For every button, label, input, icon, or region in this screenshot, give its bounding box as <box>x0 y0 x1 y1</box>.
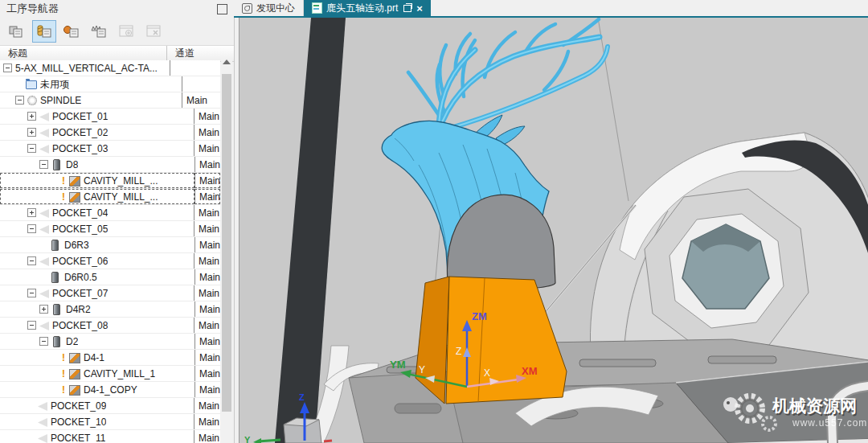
scroll-up-icon[interactable] <box>223 59 231 64</box>
tool-icon <box>53 304 60 315</box>
watermark-title: 机械资源网 <box>772 396 857 415</box>
tree-row[interactable]: CAVITY_MILL_...Main <box>0 189 220 205</box>
scrollbar-thumb[interactable] <box>222 74 231 412</box>
tree-row[interactable]: POCKET_11Main <box>0 430 220 443</box>
tree-row[interactable]: POCKET_07Main <box>0 285 220 301</box>
tree-row-channel: Main <box>199 431 219 443</box>
tree-row-label: POCKET_07 <box>52 286 108 301</box>
collapse-icon[interactable] <box>15 96 24 105</box>
program-icon <box>39 113 49 121</box>
program-icon <box>38 418 47 427</box>
expand-icon[interactable] <box>27 208 36 217</box>
tree-row-channel: Main <box>199 206 219 220</box>
warning-icon <box>62 190 68 204</box>
tree-row[interactable]: POCKET_04Main <box>0 205 220 221</box>
collapse-icon[interactable] <box>27 224 36 233</box>
tree-row-label: 未用项 <box>40 77 69 92</box>
expand-icon[interactable] <box>27 128 36 137</box>
tree-row-channel: Main <box>199 351 220 365</box>
tree-row-channel: Main <box>199 142 219 156</box>
tree-row[interactable]: 未用项 <box>0 76 220 92</box>
watermark-url: www.u557.com <box>792 417 867 429</box>
warning-icon <box>62 351 68 365</box>
tree-row-channel: Main <box>199 383 220 397</box>
tree-row-label: POCKET_09 <box>51 399 106 413</box>
tree-row-channel: Main <box>199 254 219 269</box>
tree-row[interactable]: D2Main <box>0 334 220 350</box>
collapse-icon[interactable] <box>27 256 36 265</box>
tree-row-label: D6R3 <box>64 238 89 252</box>
graphics-viewport[interactable]: Z Y <box>239 18 868 443</box>
close-window-button[interactable] <box>141 20 166 43</box>
tool-icon <box>51 240 59 251</box>
tree-row[interactable]: 5-AX_MILL_VERTICAL_AC-TA... <box>0 60 220 76</box>
program-icon <box>39 129 49 137</box>
panel-title-bar: 工序导航器 <box>0 0 234 18</box>
tree-row-label: D4-1 <box>84 351 104 365</box>
collapse-icon[interactable] <box>27 289 36 297</box>
machine-tool-view-button[interactable] <box>32 20 56 43</box>
tree-row[interactable]: D8Main <box>0 157 220 173</box>
tree-row-label: POCKET_11 <box>51 431 105 443</box>
tree-row[interactable]: D4-1_COPYMain <box>0 382 220 398</box>
program-icon <box>38 434 47 443</box>
expand-icon[interactable] <box>39 305 48 314</box>
collapse-icon[interactable] <box>39 160 48 169</box>
tree-row-channel: Main <box>199 286 219 301</box>
tree-row[interactable]: POCKET_02Main <box>0 125 220 141</box>
expand-icon[interactable] <box>27 112 36 121</box>
new-window-button[interactable] <box>114 20 138 43</box>
tree-row-label: POCKET_02 <box>52 125 108 140</box>
tab-discovery-center[interactable]: 发现中心 <box>234 0 304 16</box>
collapse-icon[interactable] <box>27 144 36 153</box>
spindle-icon <box>27 96 37 105</box>
tree-row[interactable]: POCKET_06Main <box>0 253 220 269</box>
tree-row[interactable]: POCKET_03Main <box>0 141 220 157</box>
tree-row[interactable]: D4R2Main <box>0 301 220 318</box>
tree-row[interactable]: POCKET_01Main <box>0 109 220 125</box>
tree-row-channel: Main <box>199 367 220 381</box>
operation-navigator-panel: 工序导航器 <box>0 0 235 443</box>
machining-method-view-button[interactable] <box>87 20 111 43</box>
collapse-icon[interactable] <box>3 64 12 72</box>
column-header-title[interactable]: 标题 <box>0 46 167 61</box>
tree-row[interactable]: SPINDLEMain <box>0 92 220 109</box>
tree-row[interactable]: POCKET_05Main <box>0 221 220 237</box>
tree-row[interactable]: POCKET_08Main <box>0 318 220 334</box>
restore-window-icon[interactable] <box>403 5 411 12</box>
tab-label: 发现中心 <box>256 2 295 15</box>
program-order-view-icon <box>9 24 25 39</box>
tree-row[interactable]: D6R3Main <box>0 237 220 253</box>
datum-z-label: Z <box>299 392 305 402</box>
tool-icon <box>53 336 60 347</box>
program-order-view-button[interactable] <box>5 20 29 43</box>
tree-scrollbar[interactable] <box>221 58 232 443</box>
tree-row-label: POCKET_08 <box>52 318 108 333</box>
operation-icon <box>69 369 80 379</box>
close-tab-icon[interactable]: × <box>416 3 423 14</box>
folder-icon <box>26 80 37 89</box>
panel-float-icon[interactable] <box>217 4 227 14</box>
warning-icon <box>62 383 68 397</box>
document-tabbar: 发现中心 鹿头五轴连动.prt × <box>234 0 868 18</box>
tree-row[interactable]: CAVITY_MILL_...Main <box>0 173 220 189</box>
tree-row[interactable]: POCKET_10Main <box>0 414 220 430</box>
machining-method-view-icon <box>91 24 107 39</box>
tree-row-channel: Main <box>199 109 219 124</box>
tree-row-channel: Main <box>186 93 207 108</box>
wcs-x-label: X <box>484 367 490 379</box>
tree-row-channel: Main <box>199 318 219 333</box>
collapse-icon[interactable] <box>27 321 36 330</box>
mcs-zm-label: ZM <box>472 310 487 322</box>
geometry-view-button[interactable] <box>59 20 84 43</box>
tree-row[interactable]: CAVITY_MILL_1Main <box>0 366 220 382</box>
tab-part-document[interactable]: 鹿头五轴连动.prt × <box>304 0 431 16</box>
tree-row-channel: Main <box>199 190 220 204</box>
collapse-icon[interactable] <box>39 337 48 346</box>
operation-icon <box>69 192 80 203</box>
tree-row[interactable]: D4-1Main <box>0 350 220 366</box>
tree-row-channel: Main <box>199 125 219 140</box>
tree-row-label: POCKET_01 <box>52 109 108 124</box>
tree-row[interactable]: D6R0.5Main <box>0 269 220 285</box>
tree-row[interactable]: POCKET_09Main <box>0 398 220 414</box>
